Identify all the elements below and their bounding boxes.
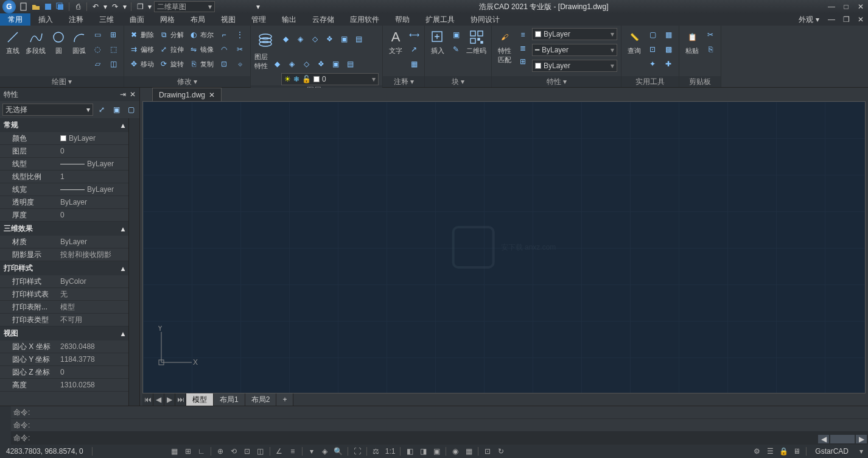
menu-tab-9[interactable]: 输出 — [274, 13, 304, 26]
maximize-button[interactable]: □ — [839, 1, 853, 13]
st-e1[interactable]: ◧ — [403, 445, 416, 457]
util-e2-icon[interactable]: ⊡ — [646, 43, 659, 56]
select-objects-icon[interactable]: ▢ — [125, 104, 137, 116]
prop-cx[interactable]: 2630.0488 — [58, 340, 128, 353]
circle-tool[interactable]: 圆 — [49, 28, 68, 76]
block-edit-icon[interactable]: ✎ — [449, 43, 463, 56]
group-plot[interactable]: 打印样式▴ — [0, 261, 128, 275]
qat-redo-menu[interactable]: ▾ — [122, 1, 128, 12]
st-e4[interactable]: ◉ — [449, 445, 462, 457]
menu-tab-11[interactable]: 应用软件 — [342, 13, 387, 26]
menu-tab-12[interactable]: 帮助 — [387, 13, 418, 26]
insert-block-button[interactable]: 插入 — [429, 28, 447, 76]
menu-tab-13[interactable]: 扩展工具 — [418, 13, 463, 26]
draw-extra4-icon[interactable]: ⊞ — [107, 28, 120, 41]
sc-icon[interactable]: ⛶ — [351, 445, 364, 457]
doc-close-button[interactable]: ✕ — [853, 13, 868, 26]
prop-cy[interactable]: 1184.3778 — [58, 353, 128, 365]
linetype-selector[interactable]: ByLayer▾ — [532, 60, 617, 72]
st-e3[interactable]: ▣ — [430, 445, 443, 457]
block-create-icon[interactable]: ▣ — [449, 28, 463, 41]
layer-s3-icon[interactable]: ◇ — [308, 32, 321, 46]
draw-extra2-icon[interactable]: ◌ — [91, 43, 104, 56]
layer-s5-icon[interactable]: ▣ — [337, 32, 351, 46]
modify-e1-icon[interactable]: ⌐ — [217, 28, 231, 41]
annot-dim-icon[interactable]: ⟷ — [407, 28, 421, 41]
close-button[interactable]: ✕ — [853, 1, 868, 13]
dyn-icon[interactable]: ▾ — [305, 445, 318, 457]
document-tab[interactable]: Drawing1.dwg✕ — [152, 88, 222, 101]
isoplane-icon[interactable]: ⟲ — [227, 445, 240, 457]
panel-pin-icon[interactable]: ⇥ — [120, 90, 126, 99]
prop-ps[interactable]: ByColor — [58, 275, 128, 287]
scale-label[interactable]: 1:1 — [383, 445, 398, 457]
annot-panel-title[interactable]: 注释▾ — [383, 76, 424, 87]
text-tool[interactable]: A文字 — [387, 28, 405, 76]
qat-redo-icon[interactable]: ↷ — [110, 1, 121, 12]
qat-app-icon[interactable]: ❐ — [135, 1, 145, 12]
group-3d[interactable]: 三维效果▴ — [0, 222, 128, 236]
app-logo[interactable]: G — [2, 0, 16, 13]
mirror-tool[interactable]: ⇋镜像 — [187, 43, 215, 56]
layer-s1-icon[interactable]: ◆ — [279, 32, 292, 46]
menu-tab-4[interactable]: 曲面 — [122, 13, 152, 26]
qat-undo-menu[interactable]: ▾ — [102, 1, 108, 12]
qrcode-button[interactable]: 二维码 — [465, 28, 488, 76]
modify-e4-icon[interactable]: ⋮ — [233, 28, 247, 41]
qat-new-icon[interactable] — [18, 1, 29, 12]
matchprop-button[interactable]: 🖌特性匹配 — [495, 28, 514, 76]
workspace-selector[interactable]: 二维草图▾ — [154, 1, 215, 12]
draw-extra1-icon[interactable]: ▭ — [91, 28, 104, 41]
modify-e2-icon[interactable]: ◠ — [217, 43, 231, 56]
draw-extra3-icon[interactable]: ▱ — [91, 57, 104, 71]
ortho-icon[interactable]: ∟ — [195, 445, 208, 457]
util-e1-icon[interactable]: ▢ — [646, 28, 659, 41]
qp-icon[interactable]: 🔍 — [332, 445, 345, 457]
props-e2-icon[interactable]: ≣ — [516, 41, 530, 55]
minimize-button[interactable]: — — [824, 1, 839, 13]
cmd-input[interactable]: 命令: — [11, 432, 868, 445]
bool-tool[interactable]: ◐布尔 — [187, 28, 215, 41]
paste-button[interactable]: 📋粘贴 — [683, 28, 701, 76]
annot-scale-icon[interactable]: ⚖ — [369, 445, 383, 457]
monitor-icon[interactable]: 🖥 — [790, 445, 803, 457]
arc-tool[interactable]: 圆弧 — [70, 28, 88, 76]
annot-leader-icon[interactable]: ↗ — [407, 43, 421, 56]
otrack-icon[interactable]: ∠ — [273, 445, 286, 457]
layout-next-button[interactable]: ▶ — [164, 393, 175, 406]
color-selector[interactable]: ByLayer▾ — [532, 28, 617, 40]
layer-s11-icon[interactable]: ▣ — [329, 57, 342, 71]
status-overflow[interactable]: ▾ — [855, 445, 868, 457]
prop-thick[interactable]: 0 — [58, 209, 128, 221]
layer-s4-icon[interactable]: ❖ — [323, 32, 336, 46]
props-panel-title[interactable]: 特性▾ — [492, 76, 621, 87]
polar-icon[interactable]: ⊕ — [214, 445, 227, 457]
props-scrollbar[interactable] — [128, 118, 139, 406]
hscroll-right[interactable]: ▶ — [856, 435, 867, 443]
polyline-tool[interactable]: 多段线 — [24, 28, 47, 76]
prop-trans[interactable]: ByLayer — [58, 196, 128, 208]
lineweight-selector[interactable]: ━ByLayer▾ — [532, 44, 617, 56]
qat-print-icon[interactable]: ⎙ — [72, 1, 83, 12]
util-e5-icon[interactable]: ▩ — [662, 43, 675, 56]
group-view[interactable]: 视图▴ — [0, 326, 128, 340]
prop-pst[interactable]: 无 — [58, 288, 128, 300]
layout-prev-button[interactable]: ◀ — [153, 393, 164, 406]
command-line-area[interactable]: 命令: 命令: 命令: ◀ ▶ — [0, 406, 868, 445]
util-e3-icon[interactable]: ✦ — [646, 57, 659, 71]
layer-s7-icon[interactable]: ◆ — [270, 57, 284, 71]
prop-color[interactable]: ByLayer — [58, 132, 128, 144]
menu-tab-6[interactable]: 布局 — [183, 13, 213, 26]
st-e6[interactable]: ⊡ — [481, 445, 494, 457]
prop-shadow[interactable]: 投射和接收阴影 — [58, 248, 128, 261]
panel-close-icon[interactable]: ✕ — [130, 90, 136, 99]
props-e3-icon[interactable]: ⊞ — [516, 55, 530, 68]
st-e2[interactable]: ◨ — [416, 445, 430, 457]
prop-layer[interactable]: 0 — [58, 145, 128, 157]
layer-s6-icon[interactable]: ▤ — [352, 32, 365, 46]
prop-psa[interactable]: 模型 — [58, 301, 128, 313]
lock-icon[interactable]: 🔒 — [777, 445, 790, 457]
move-tool[interactable]: ✥移动 — [128, 57, 155, 71]
layer-s8-icon[interactable]: ◈ — [285, 57, 298, 71]
st-e5[interactable]: ▦ — [462, 445, 475, 457]
